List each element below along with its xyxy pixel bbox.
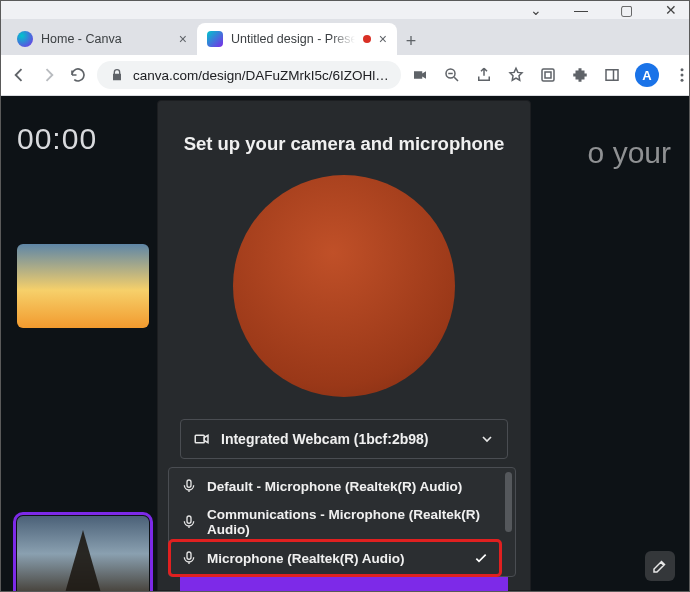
address-bar[interactable]: canva.com/design/DAFuZMrkI5c/6IZOHl… xyxy=(97,61,401,89)
back-button[interactable] xyxy=(9,65,29,85)
mic-option-default[interactable]: Default - Microphone (Realtek(R) Audio) xyxy=(169,468,501,504)
window-close-icon[interactable]: ✕ xyxy=(665,3,677,17)
camera-select-label: Integrated Webcam (1bcf:2b98) xyxy=(221,431,428,447)
camera-preview-circle xyxy=(233,175,455,397)
mic-option-label: Microphone (Realtek(R) Audio) xyxy=(207,551,405,566)
mic-option-communications[interactable]: Communications - Microphone (Realtek(R) … xyxy=(169,504,501,540)
browser-toolbar: canva.com/design/DAFuZMrkI5c/6IZOHl… xyxy=(1,55,689,96)
svg-rect-1 xyxy=(542,69,554,81)
tab-close-icon[interactable]: × xyxy=(379,32,387,46)
bookmark-star-icon[interactable] xyxy=(507,66,525,84)
camera-icon xyxy=(193,430,211,448)
kebab-menu-icon[interactable] xyxy=(673,66,690,84)
camera-select[interactable]: Integrated Webcam (1bcf:2b98) xyxy=(180,419,508,459)
window-maximize-icon[interactable]: ▢ xyxy=(620,3,633,17)
browser-window: ⌄ — ▢ ✕ Home - Canva × Untitled design -… xyxy=(0,0,690,592)
microphone-icon xyxy=(181,550,197,566)
svg-rect-9 xyxy=(187,516,191,523)
canva-app-area: 00:00 o your Set up your camera and micr… xyxy=(1,96,689,591)
share-icon[interactable] xyxy=(475,66,493,84)
slide-thumbnail-1[interactable] xyxy=(17,244,149,328)
mic-option-label: Default - Microphone (Realtek(R) Audio) xyxy=(207,479,462,494)
microphone-dropdown-panel: Default - Microphone (Realtek(R) Audio) … xyxy=(168,467,516,577)
recording-indicator-icon xyxy=(363,35,371,43)
tab-home-canva[interactable]: Home - Canva × xyxy=(7,23,197,55)
mic-option-realtek-selected[interactable]: Microphone (Realtek(R) Audio) xyxy=(169,540,501,576)
chevron-down-icon xyxy=(479,431,495,447)
dropdown-scrollbar[interactable] xyxy=(505,472,512,532)
svg-point-6 xyxy=(680,79,683,82)
tab-untitled-design[interactable]: Untitled design - Presen × xyxy=(197,23,397,55)
tab-title: Home - Canva xyxy=(41,32,171,46)
install-app-icon[interactable] xyxy=(539,66,557,84)
reload-button[interactable] xyxy=(69,65,87,85)
svg-rect-2 xyxy=(545,72,551,78)
window-expand-icon[interactable]: ⌄ xyxy=(530,3,542,17)
side-panel-icon[interactable] xyxy=(603,66,621,84)
slide-thumbnail-2-selected[interactable] xyxy=(17,516,149,591)
edit-notes-button[interactable] xyxy=(645,551,675,581)
profile-avatar[interactable]: A xyxy=(635,63,659,87)
svg-rect-7 xyxy=(195,435,204,443)
tab-strip: Home - Canva × Untitled design - Presen … xyxy=(1,19,689,55)
background-slide-text: o your xyxy=(588,136,671,170)
tab-close-icon[interactable]: × xyxy=(179,32,187,46)
canva-doc-favicon-icon xyxy=(207,31,223,47)
new-tab-button[interactable]: + xyxy=(397,27,425,55)
svg-point-5 xyxy=(680,74,683,77)
svg-point-4 xyxy=(680,68,683,71)
microphone-icon xyxy=(181,478,197,494)
window-minimize-icon[interactable]: — xyxy=(574,3,588,17)
window-titlebar: ⌄ — ▢ ✕ xyxy=(1,1,689,19)
recording-timer: 00:00 xyxy=(17,122,97,156)
url-text: canva.com/design/DAFuZMrkI5c/6IZOHl… xyxy=(133,68,389,83)
lock-icon xyxy=(109,67,125,83)
camera-mic-setup-modal: Set up your camera and microphone Integr… xyxy=(157,100,531,591)
canva-favicon-icon xyxy=(17,31,33,47)
microphone-icon xyxy=(181,514,197,530)
svg-rect-8 xyxy=(187,480,191,487)
extensions-icon[interactable] xyxy=(571,66,589,84)
camera-permission-icon[interactable] xyxy=(411,66,429,84)
zoom-icon[interactable] xyxy=(443,66,461,84)
tab-title: Untitled design - Presen xyxy=(231,32,355,46)
modal-title: Set up your camera and microphone xyxy=(184,133,505,155)
forward-button[interactable] xyxy=(39,65,59,85)
mic-option-label: Communications - Microphone (Realtek(R) … xyxy=(207,507,489,537)
svg-rect-10 xyxy=(187,552,191,559)
check-icon xyxy=(473,550,489,566)
svg-rect-3 xyxy=(606,70,618,81)
